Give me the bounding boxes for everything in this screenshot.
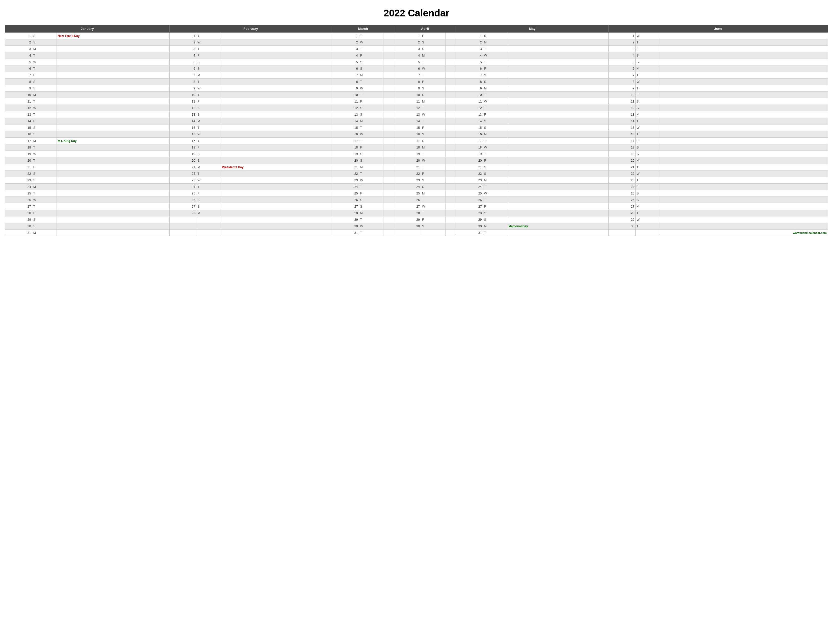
feb-day-letter: M (196, 72, 221, 79)
mar-day-num: 12 (332, 105, 359, 111)
jun-day-num: 19 (609, 151, 635, 157)
feb-holiday-text (221, 203, 332, 210)
may-day-num: 2 (456, 39, 483, 46)
jan-day-num: 7 (5, 72, 32, 79)
jun-day-letter: W (635, 171, 660, 177)
mar-holiday-text (383, 210, 394, 216)
table-row: 17MM L King Day17T17T17S17T17F (5, 138, 828, 144)
apr-holiday-text (445, 157, 456, 164)
jan-day-num: 22 (5, 171, 32, 177)
feb-day-num: 2 (169, 39, 196, 46)
feb-day-letter: W (196, 39, 221, 46)
feb-holiday (221, 230, 332, 236)
apr-holiday-text (445, 216, 456, 223)
table-row: 20T20S20S20W20F20M (5, 157, 828, 164)
mar-day-letter: W (359, 223, 383, 230)
jun-day-num: 25 (609, 190, 635, 197)
apr-day-letter: S (421, 138, 445, 144)
may-holiday-text (507, 210, 609, 216)
table-row: 2S2W2W2S2M2T (5, 39, 828, 46)
jan-holiday-text (56, 79, 169, 85)
jun-day-num: 13 (609, 111, 635, 118)
jan-day-num: 5 (5, 59, 32, 65)
may-day-num: 28 (456, 210, 483, 216)
mar-day-num: 9 (332, 85, 359, 92)
jun-day-num: 3 (609, 46, 635, 52)
apr-holiday-text (445, 171, 456, 177)
mar-day-num: 22 (332, 171, 359, 177)
month-may: May (456, 25, 609, 32)
jan-day-num: 31 (5, 230, 32, 236)
jan-day-num: 23 (5, 177, 32, 184)
mar-day-letter: F (359, 52, 383, 59)
apr-day-letter: S (421, 85, 445, 92)
jan-holiday-text (56, 111, 169, 118)
jun-day-letter: T (635, 177, 660, 184)
jun-holiday-text (660, 92, 828, 98)
feb-holiday-text (221, 32, 332, 39)
feb-holiday-text (221, 52, 332, 59)
apr-day-num: 20 (394, 157, 421, 164)
apr-day-num: 14 (394, 118, 421, 124)
jan-day-letter: S (32, 223, 56, 230)
jun-holiday-text (660, 105, 828, 111)
apr-day-letter: S (421, 131, 445, 138)
jun-holiday-text (660, 157, 828, 164)
may-day-num: 27 (456, 203, 483, 210)
jun-day-letter: M (635, 203, 660, 210)
feb-day-letter: W (196, 177, 221, 184)
jun-holiday-text (660, 65, 828, 72)
jan-day-letter: F (32, 118, 56, 124)
feb-day-letter: S (196, 59, 221, 65)
may-day-letter: S (483, 164, 507, 171)
jan-holiday-text (56, 144, 169, 151)
may-day-letter: T (483, 151, 507, 157)
feb-day-num (169, 230, 196, 236)
feb-day-num: 12 (169, 105, 196, 111)
apr-day-num: 2 (394, 39, 421, 46)
feb-day-num: 23 (169, 177, 196, 184)
jan-day-letter: S (32, 177, 56, 184)
apr-day-letter: T (421, 105, 445, 111)
jan-day-letter: T (32, 111, 56, 118)
jan-day-num: 12 (5, 105, 32, 111)
table-row: 29S29T29F29S29W (5, 216, 828, 223)
jun-day-num: 9 (609, 85, 635, 92)
may-holiday-text (507, 59, 609, 65)
jun-day-letter: W (635, 32, 660, 39)
jun-day-num: 14 (609, 118, 635, 124)
jan-day-num: 11 (5, 98, 32, 105)
apr-day-letter: S (421, 223, 445, 230)
mar-day-letter: T (359, 46, 383, 52)
apr-day-num: 21 (394, 164, 421, 171)
apr-day-letter: M (421, 52, 445, 59)
mar-holiday-text (383, 223, 394, 230)
may-holiday-text (507, 105, 609, 111)
feb-day-num: 10 (169, 92, 196, 98)
mar-holiday-text (383, 131, 394, 138)
jun-day-num: 11 (609, 98, 635, 105)
jan-day-num: 16 (5, 131, 32, 138)
feb-day-num: 1 (169, 32, 196, 39)
may-holiday-text (507, 144, 609, 151)
jan-holiday-text (56, 223, 169, 230)
jan-day-num: 25 (5, 190, 32, 197)
jan-holiday-text (56, 72, 169, 79)
feb-day-letter: S (196, 151, 221, 157)
feb-holiday-text (221, 138, 332, 144)
feb-holiday-text (221, 98, 332, 105)
may-holiday-text (507, 171, 609, 177)
feb-day-num: 15 (169, 124, 196, 131)
may-day-letter: S (483, 79, 507, 85)
jan-day-num: 27 (5, 203, 32, 210)
table-row: 18T18F18F18M18W18S (5, 144, 828, 151)
table-row: 5W5S5S5T5T5S (5, 59, 828, 65)
jan-holiday-text (56, 92, 169, 98)
apr-day-num: 30 (394, 223, 421, 230)
feb-holiday-text (221, 111, 332, 118)
mar-holiday-text (383, 65, 394, 72)
table-row: 31M31T31Twww.blank-calendar.com (5, 230, 828, 236)
jan-day-letter: F (32, 210, 56, 216)
mar-day-letter: S (359, 105, 383, 111)
table-row: 8S8T8T8F8S8W (5, 79, 828, 85)
